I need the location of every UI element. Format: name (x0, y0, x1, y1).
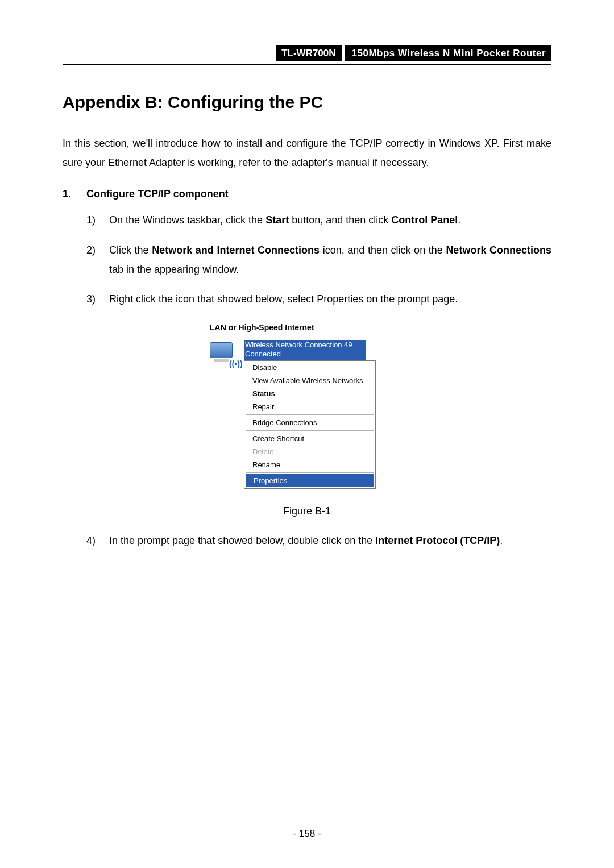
bold-text: Start (265, 214, 289, 226)
menu-item-create-shortcut[interactable]: Create Shortcut (244, 432, 375, 445)
menu-item-rename[interactable]: Rename (244, 458, 375, 471)
step-text: Click the Network and Internet Connectio… (109, 240, 551, 279)
menu-separator (246, 430, 374, 431)
text-fragment: tab in the appearing window. (109, 264, 239, 275)
model-label: TL-WR700N (276, 45, 341, 61)
connection-name: Wireless Network Connection 49 (245, 340, 364, 350)
menu-separator (246, 472, 374, 473)
window-section-title: LAN or High-Speed Internet (205, 319, 409, 340)
monitor-base-icon (214, 359, 229, 362)
step-3: 3) Right click the icon that showed belo… (63, 289, 551, 309)
step-text: Right click the icon that showed below, … (109, 289, 551, 309)
step-number: 1) (86, 210, 109, 230)
step-number: 4) (86, 531, 109, 550)
menu-item-view-networks[interactable]: View Available Wireless Networks (244, 374, 375, 387)
connection-icon-column: ((•)) (210, 340, 244, 489)
bold-text: Network and Internet Connections (152, 244, 320, 256)
step-1: 1) On the Windows taskbar, click the Sta… (63, 210, 551, 230)
monitor-screen-icon (210, 342, 233, 358)
section-heading-1: 1. Configure TCP/IP component (63, 188, 551, 200)
lan-connections-window: LAN or High-Speed Internet ((•)) Wireles… (205, 319, 409, 489)
text-fragment: In the prompt page that showed below, do… (109, 535, 375, 546)
text-fragment: Click the (109, 244, 152, 256)
step-text: In the prompt page that showed below, do… (109, 531, 551, 550)
section-number: 1. (63, 188, 86, 200)
step-2: 2) Click the Network and Internet Connec… (63, 240, 551, 279)
menu-item-properties[interactable]: Properties (246, 474, 374, 487)
bold-text: Network Connections (446, 244, 551, 256)
connection-row: ((•)) Wireless Network Connection 49 Con… (205, 340, 409, 489)
menu-item-bridge[interactable]: Bridge Connections (244, 416, 375, 429)
figure-b1: LAN or High-Speed Internet ((•)) Wireles… (205, 319, 409, 517)
bold-text: Control Panel (391, 214, 458, 226)
step-text: On the Windows taskbar, click the Start … (109, 210, 551, 230)
context-menu: Disable View Available Wireless Networks… (244, 360, 376, 489)
bold-text: Internet Protocol (TCP/IP) (375, 535, 500, 546)
connection-header-selected[interactable]: Wireless Network Connection 49 Connected (244, 340, 366, 360)
menu-separator (246, 414, 374, 415)
text-fragment: . (458, 214, 460, 226)
page-number: - 158 - (0, 828, 614, 840)
page-header: TL-WR700N 150Mbps Wireless N Mini Pocket… (63, 45, 551, 65)
appendix-title: Appendix B: Configuring the PC (63, 93, 551, 112)
text-fragment: On the Windows taskbar, click the (109, 214, 265, 226)
intro-paragraph: In this section, we'll introduce how to … (63, 134, 551, 172)
step-number: 3) (86, 289, 109, 309)
wireless-signal-icon: ((•)) (229, 359, 243, 368)
menu-item-disable[interactable]: Disable (244, 361, 375, 374)
document-page: TL-WR700N 150Mbps Wireless N Mini Pocket… (0, 0, 614, 868)
step-4: 4) In the prompt page that showed below,… (63, 531, 551, 550)
step-number: 2) (86, 240, 109, 279)
connection-status: Connected (245, 350, 364, 359)
section-title: Configure TCP/IP component (86, 188, 229, 200)
menu-item-repair[interactable]: Repair (244, 400, 375, 413)
text-fragment: . (500, 535, 503, 546)
text-fragment: icon, and then click on the (320, 244, 446, 256)
figure-caption: Figure B-1 (205, 505, 409, 517)
menu-item-status[interactable]: Status (244, 387, 375, 400)
product-label: 150Mbps Wireless N Mini Pocket Router (345, 45, 551, 61)
menu-item-delete: Delete (244, 445, 375, 458)
text-fragment: button, and then click (289, 214, 391, 226)
connection-text-column: Wireless Network Connection 49 Connected… (244, 340, 404, 489)
